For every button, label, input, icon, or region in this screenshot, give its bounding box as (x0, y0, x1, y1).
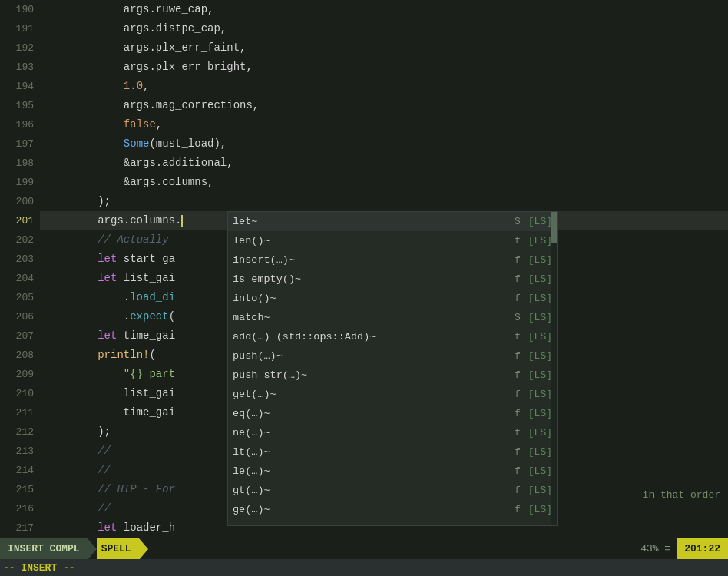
ac-item-source: [LS] (528, 465, 552, 477)
ac-item-3[interactable]: is_empty()~f[LS] (228, 270, 557, 289)
ac-item-kind: f (510, 389, 525, 400)
token: start_ga (117, 250, 175, 269)
token (46, 269, 98, 288)
ac-item-name: lt(…)~ (233, 446, 510, 458)
token: let (98, 250, 117, 269)
ac-item-14[interactable]: gt(…)~f[LS] (228, 481, 557, 500)
ac-item-0[interactable]: let~S[LS] (228, 212, 557, 231)
ac-item-12[interactable]: lt(…)~f[LS] (228, 442, 557, 462)
token: // (98, 442, 111, 461)
ac-item-name: eq(…)~ (233, 408, 510, 419)
status-right: 43% ≡ 201:22 (634, 538, 728, 560)
ac-item-source: [LS] (528, 350, 552, 362)
ac-item-source: [LS] (528, 389, 552, 400)
line-number-199: 199 (0, 173, 34, 192)
line-number-207: 207 (0, 326, 34, 346)
ac-item-name: len()~ (233, 235, 510, 247)
ac-item-source: [LS] (528, 369, 552, 381)
token (46, 230, 98, 250)
token (46, 77, 124, 96)
ac-item-source: [LS] (528, 216, 552, 227)
line-number-204: 204 (0, 269, 34, 288)
token (46, 250, 98, 269)
token: ( (149, 346, 155, 365)
ac-item-16[interactable]: ok~S[LS] (228, 519, 557, 526)
line-number-206: 206 (0, 307, 34, 326)
line-number-217: 217 (0, 518, 34, 538)
ac-item-source: [LS] (528, 485, 552, 496)
ac-item-name: le(…)~ (233, 465, 510, 477)
token: loader_h (117, 518, 175, 538)
ac-item-kind: f (510, 254, 525, 266)
scrollbar-thumb[interactable] (551, 212, 557, 243)
line-number-211: 211 (0, 403, 34, 422)
ac-item-kind: f (510, 485, 525, 496)
token: &args.columns, (46, 173, 213, 192)
token: // (98, 461, 111, 480)
token (46, 461, 98, 480)
ac-item-1[interactable]: len()~f[LS] (228, 231, 557, 250)
line-number-212: 212 (0, 422, 34, 442)
line-number-209: 209 (0, 365, 34, 384)
ac-item-source: [LS] (528, 293, 552, 304)
line-number-197: 197 (0, 134, 34, 154)
ac-item-source: [LS] (528, 408, 552, 419)
ac-item-7[interactable]: push(…)~f[LS] (228, 346, 557, 366)
token: "{} part (124, 365, 175, 384)
ac-item-name: is_empty()~ (233, 273, 510, 285)
token: Some (124, 134, 150, 154)
token: . (46, 307, 130, 326)
ac-item-10[interactable]: eq(…)~f[LS] (228, 404, 557, 423)
token: list_gai (46, 384, 175, 403)
ac-item-5[interactable]: match~S[LS] (228, 308, 557, 327)
status-position: 201:22 (677, 538, 728, 560)
ac-item-13[interactable]: le(…)~f[LS] (228, 462, 557, 481)
code-line-200: ); (40, 192, 728, 211)
ac-item-2[interactable]: insert(…)~f[LS] (228, 250, 557, 270)
token: ( (169, 307, 175, 326)
token: 1.0 (124, 77, 143, 96)
token: false (124, 115, 156, 134)
ac-item-kind: f (510, 465, 525, 477)
token: ); (46, 422, 111, 442)
ac-item-name: add(…) (std::ops::Add)~ (233, 331, 510, 343)
line-number-191: 191 (0, 19, 34, 38)
ac-item-name: ne(…)~ (233, 427, 510, 439)
ac-item-9[interactable]: get(…)~f[LS] (228, 385, 557, 404)
ac-item-name: ok~ (233, 523, 510, 526)
token (46, 115, 124, 134)
token (46, 518, 98, 538)
status-left: INSERT COMPL SPELL (0, 538, 148, 559)
token (46, 499, 98, 518)
token: // (98, 499, 111, 518)
status-percent: 43% ≡ (634, 543, 677, 554)
line-number-205: 205 (0, 288, 34, 307)
status-insert-compl: INSERT COMPL (0, 538, 88, 559)
ac-item-source: [LS] (528, 254, 552, 266)
ac-item-source: [LS] (528, 446, 552, 458)
ac-item-4[interactable]: into()~f[LS] (228, 289, 557, 308)
line-number-195: 195 (0, 96, 34, 115)
ac-item-15[interactable]: ge(…)~f[LS] (228, 500, 557, 519)
token: let (98, 269, 117, 288)
token: args.ruwe_cap, (46, 0, 213, 19)
token: // HIP - For (98, 480, 175, 499)
ac-item-kind: S (510, 523, 525, 526)
token: let (98, 326, 117, 346)
cursor (181, 215, 183, 227)
line-numbers: 1901911921931941951961971981992002012022… (0, 0, 40, 538)
status-spell: SPELL (97, 538, 139, 559)
scrollbar[interactable] (551, 212, 557, 525)
ac-item-6[interactable]: add(…) (std::ops::Add)~f[LS] (228, 327, 557, 346)
ac-item-kind: f (510, 504, 525, 515)
autocomplete-dropdown[interactable]: let~S[LS]len()~f[LS]insert(…)~f[LS]is_em… (227, 211, 558, 526)
token: time_gai (46, 403, 175, 422)
token: args.plx_err_bright, (46, 58, 253, 77)
line-number-200: 200 (0, 192, 34, 211)
line-number-214: 214 (0, 461, 34, 480)
ac-item-11[interactable]: ne(…)~f[LS] (228, 423, 557, 442)
ac-item-8[interactable]: push_str(…)~f[LS] (228, 366, 557, 385)
editor: 1901911921931941951961971981992002012022… (0, 0, 728, 576)
code-line-194: 1.0, (40, 77, 728, 96)
token: , (156, 115, 162, 134)
